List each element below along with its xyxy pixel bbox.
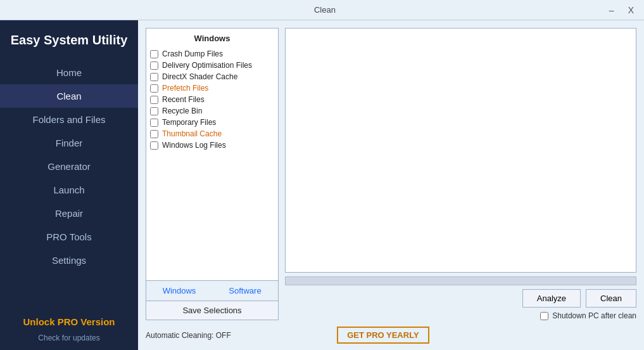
list-item[interactable]: Windows Log Files bbox=[150, 139, 274, 151]
recent-checkbox[interactable] bbox=[150, 96, 158, 104]
close-button[interactable]: X bbox=[624, 4, 638, 16]
delivery-opt-label: Delivery Optimisation Files bbox=[162, 61, 252, 70]
checklist-header: Windows bbox=[150, 34, 274, 43]
app-window: Clean – X Easy System Utility Home Clean… bbox=[0, 0, 644, 350]
sidebar-item-launch[interactable]: Launch bbox=[0, 178, 138, 202]
sidebar-item-home[interactable]: Home bbox=[0, 61, 138, 84]
content-panels: Windows Crash Dump Files Delivery Optimi… bbox=[146, 28, 636, 320]
get-pro-button[interactable]: GET PRO YEARLY bbox=[337, 327, 429, 344]
list-item[interactable]: DirectX Shader Cache bbox=[150, 71, 274, 82]
sidebar-item-clean[interactable]: Clean bbox=[0, 84, 138, 108]
action-row: Analyze Clean bbox=[285, 289, 636, 308]
analyze-button[interactable]: Analyze bbox=[522, 289, 581, 308]
recent-label: Recent Files bbox=[162, 95, 205, 104]
windows-tab[interactable]: Windows bbox=[146, 281, 212, 301]
bottom-row: Automatic Cleaning: OFF GET PRO YEARLY bbox=[146, 325, 636, 345]
thumbnail-checkbox[interactable] bbox=[150, 130, 158, 138]
output-box bbox=[285, 28, 636, 273]
sidebar-item-finder[interactable]: Finder bbox=[0, 131, 138, 155]
app-title: Easy System Utility bbox=[6, 32, 132, 48]
list-item[interactable]: Delivery Optimisation Files bbox=[150, 60, 274, 71]
prefetch-label: Prefetch Files bbox=[162, 84, 208, 93]
list-item[interactable]: Recent Files bbox=[150, 94, 274, 105]
sidebar-item-pro-tools[interactable]: PRO Tools bbox=[0, 225, 138, 249]
sidebar-bottom: Unlock PRO Version Check for updates bbox=[0, 313, 138, 350]
title-bar-controls: – X bbox=[605, 4, 638, 16]
title-bar: Clean – X bbox=[0, 0, 644, 20]
recycle-label: Recycle Bin bbox=[162, 107, 202, 115]
temp-files-checkbox[interactable] bbox=[150, 119, 158, 127]
main-layout: Easy System Utility Home Clean Folders a… bbox=[0, 20, 644, 350]
clean-button[interactable]: Clean bbox=[586, 289, 636, 308]
progress-bar-container bbox=[285, 276, 636, 285]
minimize-button[interactable]: – bbox=[605, 4, 618, 16]
save-selections-button[interactable]: Save Selections bbox=[146, 301, 279, 320]
shutdown-checkbox[interactable] bbox=[540, 312, 548, 320]
delivery-opt-checkbox[interactable] bbox=[150, 62, 158, 70]
checklist-box: Windows Crash Dump Files Delivery Optimi… bbox=[146, 28, 279, 281]
shutdown-row: Shutdown PC after clean bbox=[285, 311, 636, 320]
list-item[interactable]: Crash Dump Files bbox=[150, 48, 274, 60]
list-item[interactable]: Thumbnail Cache bbox=[150, 128, 274, 139]
list-item[interactable]: Recycle Bin bbox=[150, 105, 274, 117]
sidebar-logo: Easy System Utility bbox=[0, 20, 138, 58]
auto-clean-text: Automatic Cleaning: OFF bbox=[146, 331, 231, 340]
directx-label: DirectX Shader Cache bbox=[162, 72, 237, 81]
sidebar-nav: Home Clean Folders and Files Finder Gene… bbox=[0, 61, 138, 272]
list-item[interactable]: Temporary Files bbox=[150, 117, 274, 128]
left-panel: Windows Crash Dump Files Delivery Optimi… bbox=[146, 28, 279, 320]
sidebar: Easy System Utility Home Clean Folders a… bbox=[0, 20, 138, 350]
crash-dump-checkbox[interactable] bbox=[150, 50, 158, 58]
temp-files-label: Temporary Files bbox=[162, 118, 216, 127]
windows-log-label: Windows Log Files bbox=[162, 141, 226, 150]
sidebar-item-generator[interactable]: Generator bbox=[0, 155, 138, 178]
list-item[interactable]: Prefetch Files bbox=[150, 82, 274, 94]
recycle-checkbox[interactable] bbox=[150, 107, 158, 115]
check-updates-link[interactable]: Check for updates bbox=[38, 334, 99, 342]
shutdown-label: Shutdown PC after clean bbox=[552, 311, 636, 320]
tabs-row: Windows Software bbox=[146, 281, 279, 301]
content-area: Windows Crash Dump Files Delivery Optimi… bbox=[138, 20, 644, 350]
thumbnail-label: Thumbnail Cache bbox=[162, 129, 222, 138]
sidebar-item-settings[interactable]: Settings bbox=[0, 249, 138, 272]
window-title: Clean bbox=[44, 5, 605, 15]
unlock-pro-button[interactable]: Unlock PRO Version bbox=[0, 313, 138, 331]
software-tab[interactable]: Software bbox=[212, 281, 278, 301]
prefetch-checkbox[interactable] bbox=[150, 84, 158, 93]
windows-log-checkbox[interactable] bbox=[150, 141, 158, 150]
right-panel: Analyze Clean Shutdown PC after clean bbox=[285, 28, 636, 320]
sidebar-item-folders-and-files[interactable]: Folders and Files bbox=[0, 108, 138, 131]
sidebar-item-repair[interactable]: Repair bbox=[0, 202, 138, 225]
directx-checkbox[interactable] bbox=[150, 73, 158, 81]
crash-dump-label: Crash Dump Files bbox=[162, 49, 223, 58]
